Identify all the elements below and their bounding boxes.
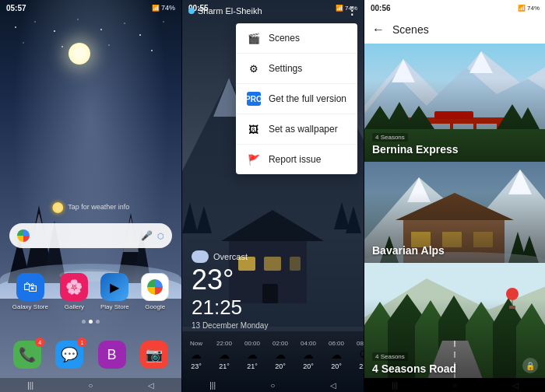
google-logo	[17, 229, 30, 242]
svg-point-6	[139, 34, 141, 36]
panel-weather: 00:55 📶 74% Sharm El-Sheikh ⋮ 🎬 Scenes ⚙…	[182, 0, 364, 392]
nav-back-p3[interactable]: ◁	[512, 381, 519, 390]
app-dock: 📞 4 💬 1 B 📷	[6, 331, 175, 378]
google-search-bar[interactable]: 🎤 ⬡	[9, 223, 172, 248]
menu-scenes[interactable]: 🎬 Scenes	[236, 23, 357, 54]
nav-bar-p1: ||| ○ ◁	[0, 378, 181, 392]
svg-point-11	[151, 50, 153, 51]
galaxy-store-icon: 🛍	[16, 273, 44, 301]
dock-bixby[interactable]: B	[98, 341, 126, 369]
nav-bar-p3: ||| ○ ◁	[364, 378, 545, 392]
dot-3	[96, 320, 100, 324]
time-display: 21:25	[192, 296, 354, 320]
status-icons-p3: 📶 74%	[518, 5, 540, 12]
app-galaxy-store[interactable]: 🛍 Galaxy Store	[12, 273, 48, 310]
status-bar-panel3: 00:56 📶 74%	[364, 0, 545, 16]
forecast-now: Now ☁ 23°	[182, 340, 210, 370]
app-play-store[interactable]: ▶ Play Store	[100, 273, 129, 310]
dot-1	[82, 320, 86, 324]
pro-icon: PRO	[247, 92, 261, 106]
weather-info: Overcast 23° 21:25 13 December Monday	[192, 250, 354, 330]
location-header: Sharm El-Sheikh	[188, 6, 262, 16]
gallery-icon: 🌸	[60, 273, 88, 301]
svg-point-10	[108, 44, 110, 46]
bixby-icon: B	[98, 341, 126, 369]
messages-icon: 💬 1	[55, 341, 83, 369]
scenes-icon: 🎬	[247, 31, 261, 45]
dot-2	[89, 320, 93, 324]
scene-4-seasons-road[interactable]: 4 Seasons 4 Seasons Road 🔒	[364, 263, 545, 378]
status-icons-p1: 📶 74%	[152, 4, 175, 12]
svg-point-4	[100, 29, 102, 30]
svg-point-7	[163, 21, 164, 22]
nav-bar-p2: ||| ○ ◁	[182, 378, 364, 392]
scenes-list: 4 Seasons Bernina Express	[364, 44, 545, 378]
svg-point-1	[34, 21, 36, 23]
microphone-icon[interactable]: 🎤	[141, 230, 153, 241]
phone-icon: 📞 4	[13, 341, 41, 369]
dock-messages[interactable]: 💬 1	[55, 341, 83, 369]
lens-icon[interactable]: ⬡	[157, 232, 164, 240]
scene-bernina-express[interactable]: 4 Seasons Bernina Express	[364, 44, 545, 162]
forecast-1: 22:00 ☁ 21°	[210, 340, 238, 370]
svg-point-0	[15, 26, 16, 28]
svg-point-5	[124, 23, 125, 24]
scene2-info: Bavarian Alps	[372, 244, 538, 257]
status-time-p1: 05:57	[6, 4, 26, 12]
weather-condition: Overcast	[192, 250, 354, 263]
app-google[interactable]: Google	[141, 273, 169, 310]
menu-set-wallpaper[interactable]: 🖼 Set as wallpaper	[236, 114, 357, 145]
menu-report-issue[interactable]: 🚩 Report issue	[236, 145, 357, 174]
location-dot-icon	[188, 8, 195, 14]
menu-full-version[interactable]: PRO Get the full version	[236, 84, 357, 114]
nav-menu-p2[interactable]: |||	[209, 381, 216, 390]
wallpaper-icon: 🖼	[247, 122, 261, 136]
moon-decoration	[69, 43, 90, 65]
date-display: 13 December Monday	[192, 321, 354, 330]
scenes-header: ← Scenes	[364, 16, 545, 44]
nav-menu-p3[interactable]: |||	[392, 381, 398, 390]
app-gallery[interactable]: 🌸 Gallery	[60, 273, 88, 310]
forecast-4: 04:00 ☁ 20°	[294, 340, 322, 370]
weather-header: Sharm El-Sheikh ⋮	[182, 0, 364, 22]
back-button[interactable]: ←	[372, 23, 385, 37]
nav-home-p1[interactable]: ○	[88, 381, 93, 390]
nav-back-p1[interactable]: ◁	[148, 381, 154, 390]
weather-tap-label[interactable]: Tap for weather info	[52, 202, 129, 213]
more-options-button[interactable]: ⋮	[346, 5, 357, 17]
settings-icon: ⚙	[247, 61, 261, 75]
status-time-p3: 00:56	[371, 4, 391, 12]
weather-sun-icon	[52, 202, 63, 213]
svg-point-3	[77, 19, 78, 19]
temperature-display: 23°	[192, 266, 354, 294]
lock-icon: 🔒	[522, 358, 538, 373]
dock-camera[interactable]: 📷	[140, 341, 168, 369]
status-bar-panel1: 05:57 📶 74%	[0, 0, 181, 16]
page-dots	[0, 320, 181, 324]
forecast-2: 00:00 ☁ 21°	[238, 340, 266, 370]
forecast-6: 08:00 🌤 22°	[350, 340, 364, 370]
nav-home-p2[interactable]: ○	[270, 381, 275, 390]
forecast-3: 02:00 ☁ 20°	[266, 340, 294, 370]
nav-menu-p1[interactable]: |||	[27, 381, 33, 390]
scenes-title: Scenes	[392, 23, 429, 36]
messages-badge: 1	[77, 338, 86, 347]
scene1-info: 4 Seasons Bernina Express	[372, 128, 538, 156]
nav-home-p3[interactable]: ○	[452, 381, 457, 390]
cloud-icon	[192, 250, 209, 263]
nav-back-p2[interactable]: ◁	[330, 381, 336, 390]
scene-bavarian-alps[interactable]: Bavarian Alps	[364, 162, 545, 263]
svg-point-2	[54, 30, 55, 32]
camera-icon: 📷	[140, 341, 168, 369]
play-store-icon: ▶	[100, 273, 128, 301]
forecast-5: 06:00 ☁ 20°	[322, 340, 350, 370]
google-app-icon	[141, 273, 169, 301]
menu-settings[interactable]: ⚙ Settings	[236, 54, 357, 84]
scene3-info: 4 Seasons 4 Seasons Road	[372, 348, 538, 375]
svg-point-8	[23, 42, 24, 44]
phone-badge: 4	[35, 338, 44, 347]
dock-phone[interactable]: 📞 4	[13, 341, 41, 369]
report-icon: 🚩	[247, 152, 261, 166]
svg-point-9	[62, 46, 63, 47]
context-menu: 🎬 Scenes ⚙ Settings PRO Get the full ver…	[236, 23, 357, 174]
